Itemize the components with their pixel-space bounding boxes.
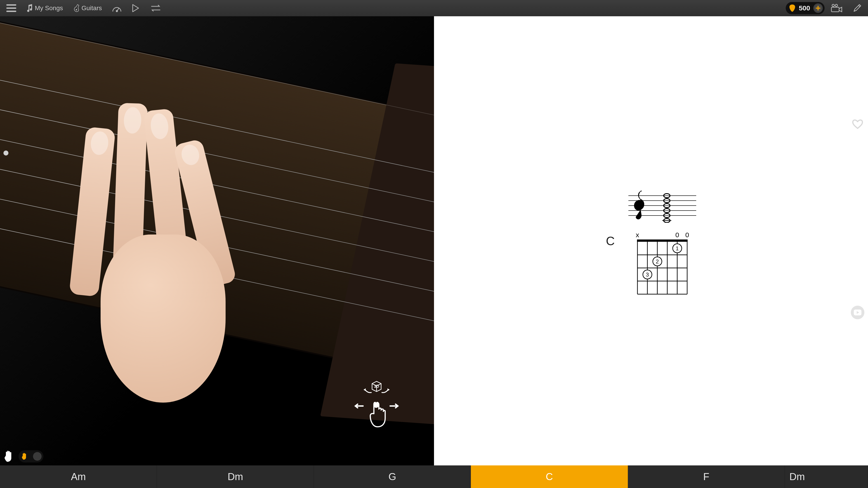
coin-count: 500 (799, 4, 810, 12)
view-controls-hint: 3D (354, 380, 399, 429)
chord-cell[interactable]: G (314, 465, 471, 488)
guitar-3d-view[interactable]: 3D (0, 16, 434, 465)
current-chord-name: C (606, 234, 615, 248)
svg-rect-27 (637, 239, 688, 242)
guitars-label: Guitars (82, 4, 102, 12)
chord-cell[interactable]: F (628, 465, 785, 488)
chord-diagram: x 0 0 (633, 232, 692, 297)
hamburger-icon (6, 4, 16, 12)
svg-point-5 (116, 10, 118, 12)
chord-cell[interactable]: Dm (785, 465, 868, 488)
play-button[interactable] (128, 0, 144, 16)
chord-cell[interactable]: Dm (157, 465, 314, 488)
svg-point-11 (373, 402, 379, 408)
coin-balance[interactable]: 500 (786, 2, 825, 14)
svg-rect-1 (6, 7, 16, 9)
svg-rect-8 (831, 7, 839, 12)
swipe-hand-icon[interactable] (354, 400, 399, 429)
play-icon (132, 4, 140, 13)
svg-text:x: x (636, 232, 639, 238)
main-area: 3D (0, 16, 868, 465)
my-songs-label: My Songs (35, 4, 63, 12)
rotate-3d-icon[interactable]: 3D (361, 380, 393, 396)
guitars-button[interactable]: Guitars (69, 0, 106, 16)
svg-text:2: 2 (656, 258, 659, 265)
fretting-hand (69, 97, 278, 402)
svg-text:3D: 3D (374, 384, 379, 389)
heart-icon (852, 119, 863, 129)
hand-toggle-on-icon (21, 453, 29, 460)
speedometer-icon (112, 4, 122, 12)
svg-point-3 (76, 9, 77, 10)
chord-chart-pane: C (434, 16, 868, 465)
plus-icon (815, 5, 821, 11)
pick-icon (789, 4, 796, 12)
tempo-button[interactable] (108, 0, 126, 16)
svg-text:3: 3 (646, 271, 649, 278)
edit-button[interactable] (848, 0, 866, 16)
loop-button[interactable] (145, 0, 166, 16)
svg-rect-0 (6, 4, 16, 6)
chord-cell[interactable]: Am (0, 465, 157, 488)
svg-text:1: 1 (676, 246, 679, 252)
favorite-button[interactable] (851, 117, 864, 131)
svg-point-7 (835, 4, 837, 6)
svg-rect-2 (6, 11, 16, 12)
topbar: My Songs Guitars 500 (0, 0, 868, 16)
svg-text:0: 0 (685, 232, 689, 238)
my-songs-button[interactable]: My Songs (22, 0, 67, 16)
chord-strip: Am Dm G C F Dm (0, 465, 868, 488)
camera-angle-button[interactable] (827, 0, 847, 16)
add-coins-button[interactable] (813, 3, 823, 13)
chord-cell-active[interactable]: C (471, 465, 628, 488)
hand-color-toggle[interactable] (19, 450, 43, 462)
svg-line-9 (859, 5, 860, 7)
svg-point-6 (832, 4, 834, 6)
music-note-icon (26, 4, 33, 12)
video-button[interactable] (851, 306, 864, 319)
pencil-icon (852, 4, 862, 13)
loop-icon (149, 4, 162, 12)
staff-notation (628, 184, 696, 223)
guitar-icon (73, 4, 80, 13)
menu-button[interactable] (2, 0, 20, 16)
svg-text:0: 0 (675, 232, 679, 238)
left-hand-icon[interactable] (3, 450, 16, 463)
youtube-icon (854, 310, 862, 315)
camcorder-icon (831, 4, 843, 13)
